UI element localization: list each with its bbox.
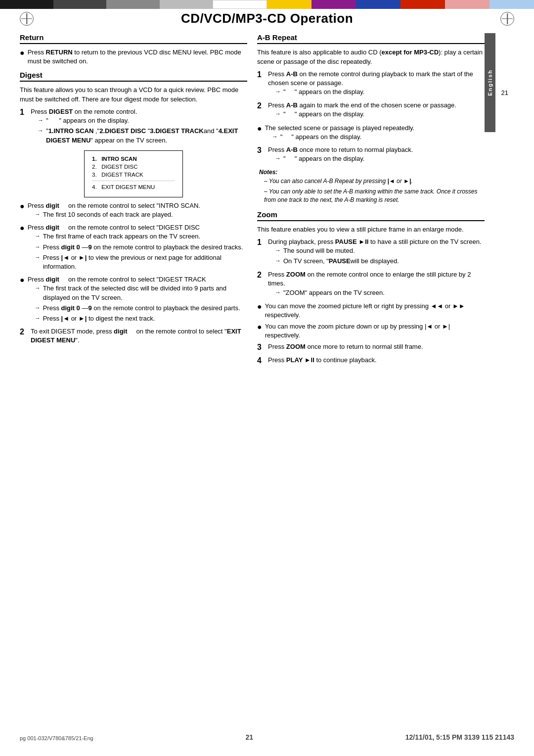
- color-block-lightblue: [490, 0, 534, 9]
- color-block-black: [0, 0, 53, 9]
- return-header: Return: [20, 33, 247, 44]
- zoom-step4: 4 Press PLAY ►II to continue playback.: [257, 356, 485, 366]
- menu-divider: [92, 181, 175, 181]
- intro-scan-text: Press digit on the remote control to sel…: [28, 201, 247, 221]
- notes-label: Notes:: [259, 169, 485, 176]
- digest-step1-arrow1: " " appears on the display.: [38, 116, 247, 125]
- color-block-darkgray: [53, 0, 107, 9]
- color-block-blue: [356, 0, 400, 9]
- zoom-step2-arrow: "ZOOM" appears on the TV screen.: [275, 288, 485, 297]
- note-1: – You can also cancel A-B Repeat by pres…: [264, 177, 485, 186]
- digest-step1: 1 Press DIGEST on the remote control. " …: [20, 107, 247, 146]
- crosshair-left-icon: [20, 12, 34, 26]
- menu-item-1: 1. INTRO SCAN: [92, 156, 175, 162]
- digest-disc-arrow2: Press digit 0 —9 on the remote control t…: [35, 243, 247, 252]
- zoom-section: Zoom This feature enables you to view a …: [257, 210, 485, 366]
- footer-center-page: 21: [245, 733, 253, 741]
- digest-header: Digest: [20, 71, 247, 82]
- ab-step1-content: Press A-B on the remote control during p…: [268, 70, 485, 98]
- arrow-icon-12: [272, 133, 278, 141]
- bullet-dot-selected: ●: [257, 124, 262, 134]
- intro-scan-arrow: The first 10 seconds of each track are p…: [35, 210, 247, 219]
- zoom-step1-arrow1: The sound will be muted.: [275, 246, 485, 255]
- color-block-yellow: [267, 0, 312, 9]
- ab-repeat-header: A-B Repeat: [257, 33, 485, 44]
- arrow-icon-6: [35, 253, 41, 262]
- color-block-white: [213, 0, 267, 9]
- digest-disc-arrow3: Press |◄ or ►| to view the previous or n…: [35, 253, 247, 271]
- color-block-lightgray: [160, 0, 213, 9]
- ab-repeat-intro: This feature is also applicable to audio…: [257, 48, 485, 67]
- color-block-pink: [445, 0, 490, 9]
- ab-selected-arrow: " " appears on the display.: [272, 133, 485, 142]
- ab-step3-arrow: " " appears on the display.: [275, 154, 485, 163]
- arrow-icon-5: [35, 243, 41, 251]
- zoom-step2-num: 2: [257, 270, 264, 281]
- ab-step1-arrow: " " appears on the display.: [275, 88, 485, 96]
- digest-step1-text: Press DIGEST on the remote control. " " …: [31, 107, 247, 146]
- digest-track-arrow2: Press digit 0 —9 on the remote control t…: [35, 304, 247, 313]
- color-bar-left: [0, 0, 267, 9]
- header-right-group: [500, 12, 514, 26]
- digest-track-bullet: ● Press digit on the remote control to s…: [20, 275, 247, 325]
- note-2: – You can only able to set the A-B marki…: [264, 188, 485, 204]
- header-row: CD/VCD/MP3-CD Operation: [0, 9, 534, 28]
- arrow-icon-2: [38, 127, 44, 135]
- digest-step1-arrow2: "1.INTRO SCAN ,"2.DIGEST DISC "3.DIGEST …: [38, 127, 247, 144]
- digest-step2-num: 2: [20, 327, 27, 337]
- digest-track-arrow1: The first track of the selected disc wil…: [35, 284, 247, 302]
- zoom-move-lr-text: You can move the zoomed picture left or …: [265, 302, 485, 320]
- digest-step2: 2 To exit DIGEST mode, press digit on th…: [20, 327, 247, 345]
- digest-disc-bullet: ● Press digit on the remote control to s…: [20, 223, 247, 273]
- digest-intro: This feature allows you to scan through …: [20, 86, 247, 104]
- digest-track-text: Press digit on the remote control to sel…: [28, 275, 247, 325]
- ab-step1-num: 1: [257, 70, 264, 80]
- arrow-icon-9: [35, 314, 41, 323]
- arrow-icon-13: [275, 154, 281, 163]
- ab-step2-content: Press A-B again to mark the end of the c…: [268, 101, 485, 120]
- menu-item-4: 4. EXIT DIGEST MENU: [92, 184, 175, 190]
- ab-selected-bullet: ● The selected scene or passage is playe…: [257, 124, 485, 143]
- arrow-icon-3: [35, 210, 41, 219]
- return-bullet: ● Press RETURN to return to the previous…: [20, 48, 247, 66]
- left-column: Return ● Press RETURN to return to the p…: [20, 33, 247, 369]
- zoom-move-ud-bullet: ● You can move the zoom picture down or …: [257, 322, 485, 340]
- digest-step1-num: 1: [20, 107, 27, 118]
- digest-menu-box: 1. INTRO SCAN 2. DIGEST DISC 3. DIGEST T…: [84, 150, 183, 197]
- main-content: Return ● Press RETURN to return to the p…: [0, 28, 534, 374]
- zoom-step3-num: 3: [257, 342, 264, 353]
- arrow-icon-16: [275, 288, 281, 297]
- footer-right-text: 12/11/01, 5:15 PM 3139 115 21143: [405, 733, 514, 741]
- ab-step2-num: 2: [257, 101, 264, 111]
- color-bar-right: [267, 0, 534, 9]
- return-section: Return ● Press RETURN to return to the p…: [20, 33, 247, 66]
- color-block-gray: [106, 0, 160, 9]
- zoom-step2-content: Press ZOOM on the remote control once to…: [268, 270, 485, 299]
- zoom-step1: 1 During playback, press PAUSE ►II to ha…: [257, 237, 485, 268]
- bullet-dot-disc: ●: [20, 223, 25, 234]
- crosshair-right-icon: [500, 12, 514, 26]
- digest-step2-content: To exit DIGEST mode, press digit on the …: [31, 327, 247, 345]
- footer-left-text: pg 001-032/V780&785/21-Eng: [20, 735, 93, 741]
- zoom-header: Zoom: [257, 210, 485, 221]
- arrow-icon-8: [35, 304, 41, 312]
- ab-step3-num: 3: [257, 145, 264, 156]
- menu-item-2: 2. DIGEST DISC: [92, 164, 175, 170]
- ab-step2: 2 Press A-B again to mark the end of the…: [257, 101, 485, 120]
- page-footer: pg 001-032/V780&785/21-Eng 21 12/11/01, …: [0, 733, 534, 741]
- color-block-purple: [312, 0, 356, 9]
- zoom-intro: This feature enables you to view a still…: [257, 225, 485, 235]
- arrow-icon-14: [275, 246, 281, 255]
- ab-step1: 1 Press A-B on the remote control during…: [257, 70, 485, 98]
- bullet-dot-return: ●: [20, 48, 25, 58]
- page-number-display: 21: [501, 89, 508, 96]
- intro-scan-bullet: ● Press digit on the remote control to s…: [20, 201, 247, 221]
- arrow-icon: [38, 116, 44, 125]
- header-left-group: [20, 12, 34, 26]
- english-sidebar: English: [485, 33, 495, 132]
- ab-step3-content: Press A-B once more to return to normal …: [268, 145, 485, 165]
- ab-notes: Notes: – You can also cancel A-B Repeat …: [259, 169, 485, 204]
- ab-step3: 3 Press A-B once more to return to norma…: [257, 145, 485, 165]
- zoom-step1-arrow2: On TV screen, "PAUSEwill be displayed.: [275, 257, 485, 266]
- color-block-red: [400, 0, 445, 9]
